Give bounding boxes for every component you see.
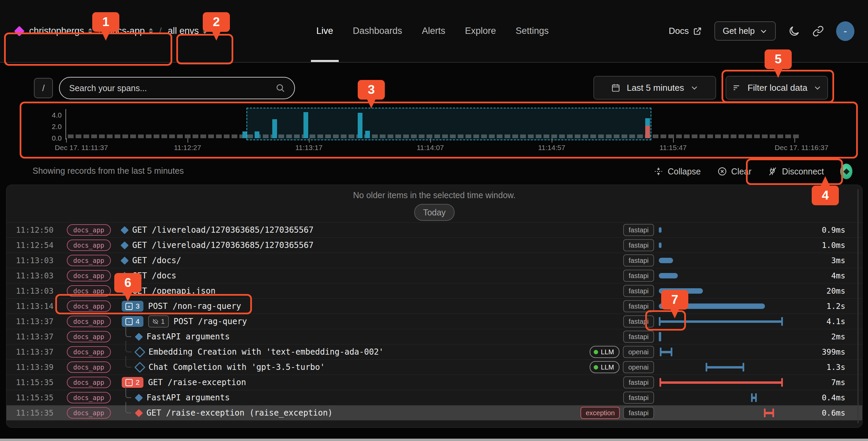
user-avatar[interactable]: - bbox=[836, 21, 854, 41]
duration-span-bar bbox=[764, 408, 774, 417]
tab-alerts[interactable]: Alerts bbox=[422, 0, 445, 62]
span-duration: 0.6ms bbox=[785, 408, 862, 417]
span-timestamp: 11:13:03 bbox=[6, 271, 67, 280]
clear-button[interactable]: Clear bbox=[717, 166, 752, 176]
external-link-icon bbox=[693, 26, 702, 36]
children-count-badge[interactable]: -2 bbox=[122, 377, 143, 388]
baseline-block bbox=[731, 134, 736, 138]
table-row[interactable]: 11:13:03docs_appGET /docs/fastapi3ms bbox=[6, 253, 862, 268]
org-name: christophergs bbox=[29, 26, 84, 36]
callout-bubble-3: 3 bbox=[358, 80, 385, 100]
search-bar[interactable] bbox=[59, 77, 295, 99]
table-row[interactable]: 11:15:35docs_app-2GET /raise-exceptionfa… bbox=[6, 375, 862, 390]
tab-settings[interactable]: Settings bbox=[516, 0, 549, 62]
table-row[interactable]: 11:13:37docs_app-41POST /rag-queryfastap… bbox=[6, 314, 862, 329]
time-range-button[interactable]: Last 5 minutes bbox=[593, 76, 716, 100]
table-row[interactable]: 11:15:35docs_appGET /raise-exception (ra… bbox=[6, 405, 862, 420]
baseline-block bbox=[699, 134, 705, 138]
baseline-block bbox=[692, 134, 697, 138]
span-diamond-hollow-icon bbox=[134, 346, 145, 358]
copy-link-button[interactable] bbox=[812, 25, 824, 37]
link-icon bbox=[812, 25, 824, 37]
span-timestamp: 11:15:35 bbox=[6, 393, 67, 402]
span-timestamp: 11:15:35 bbox=[6, 408, 67, 417]
hidden-spans-badge[interactable]: 1 bbox=[148, 315, 169, 328]
time-selection-region[interactable] bbox=[246, 108, 651, 140]
app-badge[interactable]: docs_app bbox=[67, 377, 111, 388]
duration-lane bbox=[659, 344, 785, 359]
table-row[interactable]: 11:13:14docs_app+3POST /non-rag-queryfas… bbox=[6, 298, 862, 314]
app-badge[interactable]: docs_app bbox=[67, 224, 111, 236]
tab-live[interactable]: Live bbox=[316, 0, 333, 62]
duration-bar bbox=[659, 273, 678, 278]
tab-dashboards[interactable]: Dashboards bbox=[353, 0, 402, 62]
baseline-block bbox=[660, 134, 666, 138]
span-timestamp: 11:13:37 bbox=[6, 332, 67, 341]
table-row[interactable]: 11:13:37docs_appFastAPI argumentsfastapi… bbox=[6, 329, 862, 344]
span-name: GET /raise-exception bbox=[148, 378, 246, 387]
duration-lane bbox=[659, 390, 785, 405]
span-duration: 1.3s bbox=[785, 363, 862, 372]
today-button[interactable]: Today bbox=[414, 204, 455, 221]
filter-lines-icon bbox=[732, 83, 742, 92]
callout-bubble-2: 2 bbox=[203, 12, 230, 32]
table-row[interactable]: 11:12:50docs_appGET /livereload/12703636… bbox=[6, 222, 862, 237]
app-badge[interactable]: docs_app bbox=[67, 361, 111, 373]
scrollbar-track[interactable] bbox=[857, 189, 859, 423]
duration-span-bar bbox=[659, 378, 783, 387]
span-duration: 4.1s bbox=[785, 317, 862, 326]
baseline-block bbox=[676, 134, 682, 138]
app-badge[interactable]: docs_app bbox=[67, 407, 111, 419]
live-connection-indicator[interactable] bbox=[840, 164, 852, 179]
baseline-block bbox=[707, 134, 713, 138]
app-badge[interactable]: docs_app bbox=[67, 300, 111, 312]
table-row[interactable]: 11:15:35docs_appFastAPI argumentsfastapi… bbox=[6, 390, 862, 405]
span-name: Chat Completion with 'gpt-3.5-turbo' bbox=[149, 362, 325, 372]
docs-link[interactable]: Docs bbox=[669, 26, 702, 36]
table-row[interactable]: 11:13:37docs_appEmbedding Creation with … bbox=[6, 344, 862, 359]
span-duration: 20ms bbox=[785, 287, 862, 295]
app-badge[interactable]: docs_app bbox=[67, 331, 111, 342]
span-table: 11:12:50docs_appGET /livereload/12703636… bbox=[6, 222, 862, 420]
app-badge[interactable]: docs_app bbox=[67, 316, 111, 327]
app-badge[interactable]: docs_app bbox=[67, 270, 111, 281]
timeline-chart[interactable]: 4.02.00.0Dec 17. 11:11:3711:12:2711:13:1… bbox=[0, 102, 868, 158]
duration-bar bbox=[659, 227, 662, 233]
theme-toggle-button[interactable] bbox=[788, 25, 800, 37]
children-count-badge[interactable]: +3 bbox=[122, 301, 143, 312]
filter-local-data-button[interactable]: Filter local data bbox=[726, 76, 828, 100]
span-name: GET /openapi.json bbox=[132, 286, 216, 296]
baseline-block bbox=[723, 134, 729, 138]
collapse-icon bbox=[653, 166, 664, 176]
app-badge[interactable]: docs_app bbox=[67, 392, 111, 403]
duration-lane bbox=[659, 223, 785, 237]
duration-bar bbox=[659, 258, 673, 263]
span-diamond-icon bbox=[135, 333, 143, 341]
collapse-button[interactable]: Collapse bbox=[653, 166, 701, 176]
callout-bubble-6: 6 bbox=[114, 273, 141, 293]
clear-label: Clear bbox=[731, 167, 752, 176]
org-logo-icon bbox=[14, 26, 24, 36]
app-badge[interactable]: docs_app bbox=[67, 346, 111, 358]
disconnect-button[interactable]: Disconnect bbox=[768, 166, 824, 176]
baseline-block bbox=[715, 134, 721, 138]
app-badge[interactable]: docs_app bbox=[67, 285, 111, 297]
disconnect-label: Disconnect bbox=[782, 167, 824, 176]
env-selector[interactable]: all envs bbox=[168, 26, 207, 36]
org-selector[interactable]: christophergs bbox=[29, 26, 92, 36]
app-badge[interactable]: docs_app bbox=[67, 255, 111, 266]
service-badge: fastapi bbox=[623, 224, 654, 236]
span-duration: 0.4ms bbox=[785, 393, 862, 402]
get-help-button[interactable]: Get help bbox=[714, 21, 776, 41]
app-badge[interactable]: docs_app bbox=[67, 239, 111, 251]
table-row[interactable]: 11:13:39docs_appChat Completion with 'gp… bbox=[6, 359, 862, 375]
span-duration: 3ms bbox=[785, 256, 862, 265]
llm-badge: LLM bbox=[590, 361, 619, 373]
table-row[interactable]: 11:12:54docs_appGET /livereload/12703636… bbox=[6, 237, 862, 253]
children-count-badge[interactable]: -4 bbox=[122, 316, 143, 327]
tab-explore[interactable]: Explore bbox=[465, 0, 496, 62]
x-axis-tick bbox=[309, 138, 310, 143]
duration-lane bbox=[659, 253, 785, 268]
search-input[interactable] bbox=[68, 83, 275, 93]
baseline-block bbox=[738, 134, 744, 138]
